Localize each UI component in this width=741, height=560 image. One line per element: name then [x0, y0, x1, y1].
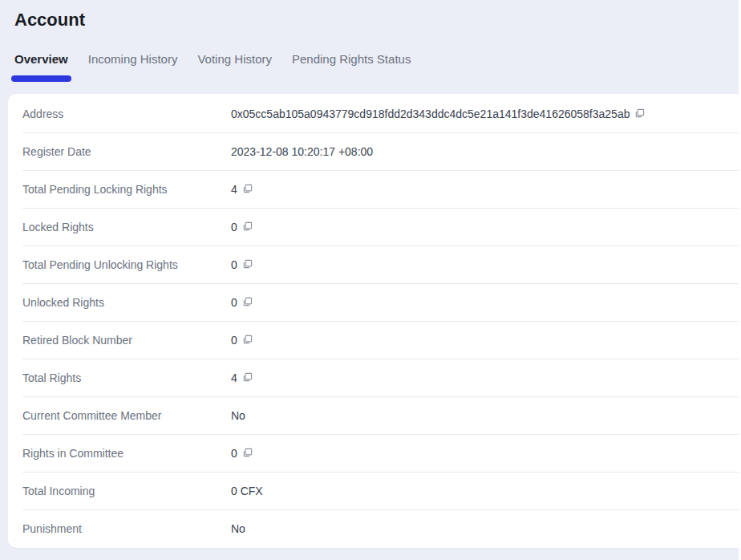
row-total-pending-locking-rights: Total Pending Locking Rights 4	[8, 170, 741, 208]
row-label: Punishment	[22, 522, 231, 535]
row-value: 2023-12-08 10:20:17 +08:00	[231, 145, 373, 158]
copy-icon[interactable]	[242, 184, 253, 194]
copy-icon[interactable]	[242, 448, 253, 458]
row-register-date: Register Date 2023-12-08 10:20:17 +08:00	[8, 132, 741, 170]
row-label: Address	[22, 108, 231, 120]
row-unlocked-rights: Unlocked Rights 0	[8, 283, 741, 321]
tab-voting-history[interactable]: Voting History	[197, 53, 272, 75]
row-value: No	[231, 409, 245, 422]
copy-icon[interactable]	[242, 372, 253, 383]
row-retired-block-number: Retired Block Number 0	[8, 321, 741, 359]
row-label: Total Pending Unlocking Rights	[22, 258, 231, 271]
row-rights-in-committee: Rights in Committee 0	[8, 434, 741, 472]
row-label: Register Date	[22, 145, 231, 158]
row-total-rights: Total Rights 4	[8, 359, 741, 396]
tab-label: Voting History	[197, 52, 272, 66]
row-value: 0	[231, 258, 237, 271]
row-label: Locked Rights	[22, 221, 231, 233]
copy-icon[interactable]	[242, 259, 253, 270]
tab-label: Overview	[14, 52, 68, 66]
copy-icon[interactable]	[242, 335, 253, 345]
row-total-incoming: Total Incoming 0 CFX	[8, 472, 741, 509]
row-address: Address 0x05cc5ab105a0943779cd918fdd2d34…	[8, 95, 741, 132]
row-value: 0	[231, 296, 237, 309]
tab-incoming-history[interactable]: Incoming History	[88, 53, 178, 75]
row-label: Current Committee Member	[22, 409, 231, 422]
row-label: Total Rights	[22, 371, 231, 384]
row-label: Rights in Committee	[22, 447, 231, 460]
row-label: Unlocked Rights	[22, 296, 231, 309]
tab-overview[interactable]: Overview	[14, 53, 68, 75]
row-locked-rights: Locked Rights 0	[8, 208, 741, 246]
row-value: 0	[231, 221, 237, 233]
row-value: 0	[231, 447, 237, 460]
account-overview-card: Address 0x05cc5ab105a0943779cd918fdd2d34…	[8, 94, 741, 548]
row-label: Retired Block Number	[22, 334, 231, 347]
copy-icon[interactable]	[242, 297, 253, 307]
row-value: 0x05cc5ab105a0943779cd918fdd2d343ddc4dc5…	[231, 108, 630, 120]
row-label: Total Pending Locking Rights	[22, 183, 231, 196]
tab-pending-rights-status[interactable]: Pending Rights Status	[292, 53, 411, 75]
row-value: 0	[231, 334, 237, 347]
row-current-committee-member: Current Committee Member No	[8, 396, 741, 434]
copy-icon[interactable]	[634, 108, 645, 119]
page-title: Account	[14, 10, 741, 30]
active-tab-indicator	[11, 75, 71, 82]
row-label: Total Incoming	[22, 485, 231, 497]
tab-label: Pending Rights Status	[292, 52, 411, 66]
row-value: 0 CFX	[231, 485, 263, 497]
row-punishment: Punishment No	[8, 509, 741, 547]
copy-icon[interactable]	[242, 221, 253, 232]
row-value: 4	[231, 183, 237, 196]
tab-bar: Overview Incoming History Voting History…	[14, 53, 741, 75]
tab-label: Incoming History	[88, 52, 178, 66]
row-value: No	[231, 522, 245, 535]
row-total-pending-unlocking-rights: Total Pending Unlocking Rights 0	[8, 246, 741, 283]
row-value: 4	[231, 371, 237, 384]
